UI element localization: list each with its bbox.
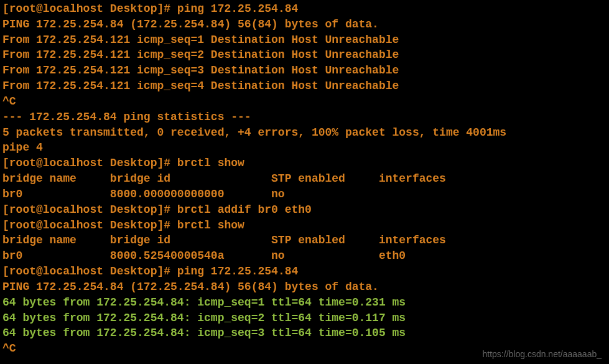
terminal-line: 64 bytes from 172.25.254.84: icmp_seq=3 … — [2, 325, 607, 341]
shell-prompt: [root@localhost Desktop]# — [2, 265, 177, 278]
terminal-line: From 172.25.254.121 icmp_seq=3 Destinati… — [2, 63, 607, 78]
terminal-line: --- 172.25.254.84 ping statistics --- — [2, 110, 607, 125]
terminal-line: 5 packets transmitted, 0 received, +4 er… — [2, 125, 607, 141]
shell-prompt: [root@localhost Desktop]# — [2, 2, 177, 15]
terminal-line: ^C — [2, 94, 607, 110]
shell-command: ping 172.25.254.84 — [177, 2, 298, 15]
terminal-line: 64 bytes from 172.25.254.84: icmp_seq=2 … — [2, 310, 607, 326]
shell-command: brctl addif br0 eth0 — [177, 203, 312, 216]
terminal-line: bridge name bridge id STP enabled interf… — [2, 171, 607, 187]
terminal-line: PING 172.25.254.84 (172.25.254.84) 56(84… — [2, 17, 607, 32]
terminal-line: [root@localhost Desktop]# ping 172.25.25… — [2, 1, 607, 17]
shell-prompt: [root@localhost Desktop]# — [2, 219, 177, 231]
shell-prompt: [root@localhost Desktop]# — [2, 203, 177, 216]
terminal-line: [root@localhost Desktop]# brctl addif br… — [2, 202, 607, 218]
terminal-line: br0 8000.000000000000 no — [2, 187, 607, 202]
terminal-line: [root@localhost Desktop]# brctl show — [2, 218, 607, 233]
shell-command: brctl show — [177, 157, 244, 169]
terminal-line: PING 172.25.254.84 (172.25.254.84) 56(84… — [2, 279, 607, 295]
terminal-line: From 172.25.254.121 icmp_seq=1 Destinati… — [2, 32, 607, 48]
shell-command: brctl show — [177, 219, 244, 231]
terminal-line: br0 8000.52540000540a no eth0 — [2, 248, 607, 264]
terminal-output[interactable]: [root@localhost Desktop]# ping 172.25.25… — [2, 1, 607, 357]
watermark: https://blog.csdn.net/aaaaaab_ — [483, 348, 602, 360]
terminal-line: From 172.25.254.121 icmp_seq=2 Destinati… — [2, 47, 607, 63]
shell-command: ping 172.25.254.84 — [177, 265, 298, 278]
terminal-line: [root@localhost Desktop]# ping 172.25.25… — [2, 264, 607, 279]
terminal-line: bridge name bridge id STP enabled interf… — [2, 233, 607, 248]
terminal-line: From 172.25.254.121 icmp_seq=4 Destinati… — [2, 78, 607, 94]
terminal-line: [root@localhost Desktop]# brctl show — [2, 156, 607, 171]
shell-prompt: [root@localhost Desktop]# — [2, 157, 177, 169]
terminal-line: pipe 4 — [2, 140, 607, 156]
terminal-line: 64 bytes from 172.25.254.84: icmp_seq=1 … — [2, 295, 607, 310]
